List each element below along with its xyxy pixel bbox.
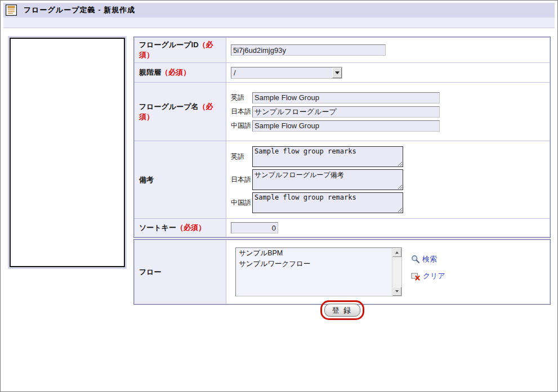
row-sort-key: ソートキー（必須）: [135, 219, 550, 237]
lang-label-en: 英語: [231, 152, 252, 161]
name-zh-input[interactable]: [252, 120, 440, 132]
scroll-up-button[interactable]: [392, 248, 401, 257]
flow-group-form-table: フローグループID（必須） 親階層（必須） /: [133, 37, 551, 238]
page-titlebar: フローグループ定義 - 新規作成: [3, 3, 555, 17]
required-mark: （必須）: [161, 68, 190, 76]
row-remarks: 備考 英語 Sample flow group remarks 日本語 サンプル…: [135, 141, 550, 219]
sort-key-input[interactable]: [231, 222, 278, 233]
flow-group-id-input[interactable]: [231, 44, 386, 56]
parent-hierarchy-select[interactable]: /: [231, 67, 342, 79]
remarks-zh-textarea[interactable]: Sample flow group remarks: [252, 192, 403, 213]
remarks-ja-textarea[interactable]: サンプルフローグループ備考: [252, 169, 403, 190]
label-text: 備考: [139, 175, 154, 184]
header-subbar: [3, 17, 555, 28]
required-mark: （必須）: [176, 223, 206, 232]
label-text: フロー: [139, 268, 162, 276]
arrow-down-icon: [395, 290, 399, 292]
clear-link-label: クリア: [423, 271, 445, 281]
label-text: フローグループID: [139, 40, 199, 49]
clear-link[interactable]: クリア: [411, 271, 445, 281]
search-link[interactable]: 検索: [411, 254, 445, 264]
row-flow-group-id: フローグループID（必須）: [135, 38, 550, 63]
remarks-label: 備考: [135, 141, 226, 219]
sort-key-label: ソートキー（必須）: [135, 219, 226, 237]
tree-panel-content: [10, 38, 125, 267]
form-document-icon: [6, 4, 17, 16]
flow-list-item[interactable]: サンプルワークフロー: [236, 259, 401, 269]
lang-label-en: 英語: [231, 93, 252, 102]
label-text: 親階層: [139, 68, 161, 76]
lang-label-zh: 中国語: [231, 198, 252, 208]
lang-label-zh: 中国語: [231, 121, 252, 130]
register-button[interactable]: 登 録: [324, 304, 360, 317]
flow-label: フロー: [135, 240, 226, 304]
remarks-en-textarea[interactable]: Sample flow group remarks: [252, 146, 403, 167]
flow-listbox[interactable]: サンプルBPM サンプルワークフロー: [235, 247, 402, 296]
label-text: フローグループ名: [139, 102, 199, 111]
arrow-up-icon: [395, 251, 399, 254]
flow-group-name-label: フローグループ名（必須）: [135, 83, 226, 141]
highlight-annotation: 登 録: [320, 300, 364, 320]
page-frame: フローグループ定義 - 新規作成 フローグループID（必須） 親階層（必須）: [0, 0, 558, 392]
row-flow-group-name: フローグループ名（必須） 英語 日本語 中国語: [135, 83, 550, 141]
chevron-down-icon: [335, 71, 340, 74]
scroll-down-button[interactable]: [392, 287, 401, 296]
parent-hierarchy-label: 親階層（必須）: [135, 63, 226, 83]
clear-icon: [411, 272, 421, 281]
name-ja-input[interactable]: [252, 106, 440, 118]
flow-select-table: フロー サンプルBPM サンプルワークフロー: [133, 239, 551, 305]
search-link-label: 検索: [422, 254, 437, 264]
row-parent-hierarchy: 親階層（必須） /: [135, 63, 550, 83]
tree-panel: [8, 36, 127, 269]
select-dropdown-button[interactable]: [332, 67, 342, 78]
flow-list-item[interactable]: サンプルBPM: [236, 248, 401, 259]
selected-option: /: [231, 67, 332, 78]
listbox-scrollbar[interactable]: [392, 248, 401, 296]
label-text: ソートキー: [139, 223, 176, 232]
name-en-input[interactable]: [252, 92, 440, 103]
lang-label-ja: 日本語: [231, 107, 252, 116]
row-flow: フロー サンプルBPM サンプルワークフロー: [135, 240, 550, 304]
submit-row: 登 録: [133, 300, 551, 320]
flow-group-id-label: フローグループID（必須）: [135, 38, 226, 63]
lang-label-ja: 日本語: [231, 175, 252, 184]
search-icon: [411, 255, 420, 264]
page-title: フローグループ定義 - 新規作成: [24, 5, 135, 15]
